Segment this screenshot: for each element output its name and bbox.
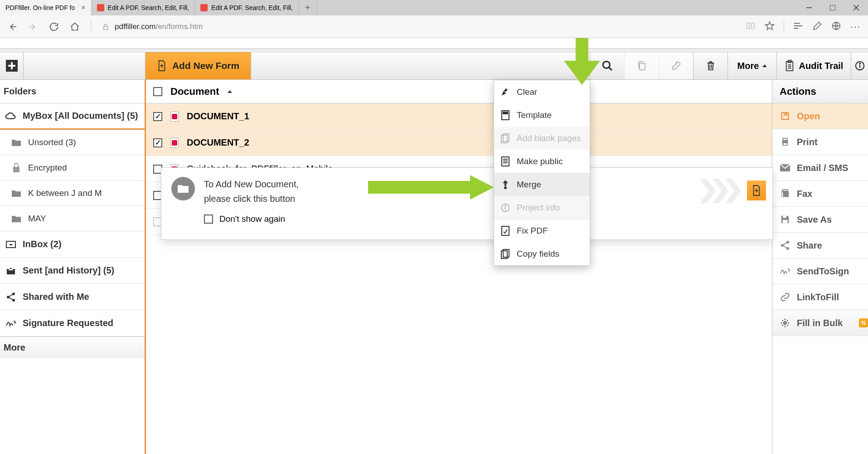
pdf-icon (170, 138, 179, 148)
svg-rect-59 (503, 112, 508, 114)
select-all-checkbox[interactable] (153, 87, 162, 96)
link-icon (780, 292, 790, 303)
merge-icon (500, 180, 510, 190)
sidebar-item-sent[interactable]: Sent [and History] (5) (0, 258, 145, 284)
action-label: Fill in Bulk (797, 318, 843, 328)
menu-label: Add blank pages (517, 133, 581, 143)
table-row[interactable]: DOCUMENT_1 (146, 103, 772, 130)
reading-view-icon[interactable] (746, 21, 756, 33)
rename-button[interactable] (659, 52, 693, 79)
lock-icon (102, 23, 109, 31)
action-fill-in-bulk[interactable]: Fill in BulkN (772, 310, 868, 336)
svg-line-15 (609, 67, 612, 70)
app-toolbar: Add New Form More Audit Trail (0, 52, 868, 80)
sidebar-item-may[interactable]: MAY (0, 206, 145, 231)
tab-3[interactable]: Edit A PDF. Search, Edit, Fill, (195, 0, 299, 15)
delete-button[interactable] (693, 52, 727, 79)
sidebar-item-unsorted[interactable]: Unsorted (3) (0, 130, 145, 155)
tab-2[interactable]: Edit A PDF. Search, Edit, Fill, (92, 0, 195, 15)
info-button[interactable] (851, 52, 868, 79)
home-button[interactable] (70, 22, 80, 32)
add-folder-button[interactable] (0, 52, 24, 79)
tooltip-add-button[interactable] (747, 181, 766, 200)
action-sendtosign[interactable]: SendToSign (772, 259, 868, 284)
svg-marker-77 (470, 175, 494, 200)
pencil-icon (671, 60, 682, 71)
dont-show-checkbox[interactable] (204, 215, 213, 224)
sidebar-item-label: Shared with Me (23, 292, 89, 302)
sidebar-item-encrypted[interactable]: Encrypted (0, 155, 145, 181)
sidebar-item-signature[interactable]: Signature Requested (0, 310, 145, 337)
sidebar-item-k-between[interactable]: K between J and M (0, 181, 145, 206)
svg-marker-35 (228, 90, 232, 93)
svg-marker-53 (700, 179, 716, 203)
sidebar-item-inbox[interactable]: InBox (2) (0, 231, 145, 258)
address-bar: pdffiller.com/en/forms.htm ··· (0, 15, 868, 38)
favorite-icon[interactable] (765, 21, 775, 33)
more-browser-icon[interactable]: ··· (850, 21, 861, 32)
folder-icon (11, 188, 22, 199)
minimize-button[interactable] (797, 0, 821, 15)
action-email[interactable]: Email / SMS (772, 155, 868, 181)
sidebar-more[interactable]: More (0, 337, 145, 358)
action-print[interactable]: Print (772, 129, 868, 155)
copy-icon (500, 249, 510, 259)
menu-item-make-public[interactable]: Make public (494, 150, 590, 173)
sidebar-item-label: Unsorted (3) (28, 137, 76, 147)
copy-button[interactable] (624, 52, 659, 79)
svg-point-52 (784, 322, 786, 324)
menu-item-copy-fields[interactable]: Copy fields (494, 242, 590, 265)
folder-home-icon (11, 137, 22, 148)
notes-icon[interactable] (812, 21, 822, 33)
copy-icon (636, 60, 647, 71)
tooltip-line-2: please click this button (204, 191, 299, 206)
action-fax[interactable]: Fax (772, 181, 868, 207)
menu-label: Project info (517, 203, 560, 213)
menu-label: Merge (517, 180, 541, 190)
maximize-button[interactable] (821, 0, 844, 15)
hub-icon[interactable] (793, 22, 803, 32)
sent-icon (5, 265, 16, 276)
actions-header: Actions (772, 80, 868, 103)
row-checkbox[interactable] (153, 112, 162, 121)
action-open[interactable]: Open (772, 103, 868, 129)
table-row[interactable]: DOCUMENT_2 (146, 130, 772, 156)
svg-point-14 (603, 61, 610, 68)
menu-item-template[interactable]: Template (494, 103, 590, 127)
tab-1[interactable]: PDFfiller. On-line PDF fo × (0, 0, 92, 15)
menu-item-project-info: Project info (494, 196, 590, 219)
app-icon (97, 4, 104, 11)
svg-point-28 (859, 63, 860, 64)
action-share[interactable]: Share (772, 233, 868, 259)
forward-button[interactable] (28, 22, 38, 32)
sidebar-item-label: Sent [and History] (5) (23, 265, 114, 276)
new-tab-button[interactable]: + (299, 0, 317, 15)
share-web-icon[interactable] (831, 21, 841, 33)
sidebar-item-mybox[interactable]: MyBox [All Documents] (5) (0, 103, 145, 130)
back-button[interactable] (7, 22, 17, 32)
menu-item-fix-pdf[interactable]: Fix PDF (494, 219, 590, 242)
trash-icon (706, 60, 716, 72)
close-icon[interactable]: × (81, 4, 85, 12)
svg-rect-43 (783, 190, 788, 191)
row-checkbox[interactable] (153, 138, 162, 147)
audit-trail-label: Audit Trail (799, 61, 844, 71)
sidebar-item-shared[interactable]: Shared with Me (0, 284, 145, 310)
refresh-button[interactable] (49, 22, 59, 32)
signature-icon (5, 318, 16, 329)
menu-item-add-blank: Add blank pages (494, 127, 590, 150)
more-button[interactable]: More (727, 52, 776, 79)
audit-trail-button[interactable]: Audit Trail (776, 52, 851, 79)
sign-icon (780, 266, 790, 277)
close-window-button[interactable] (844, 0, 868, 15)
document-list-header[interactable]: Document (146, 80, 772, 103)
menu-item-merge[interactable]: Merge (494, 173, 590, 196)
action-save-as[interactable]: Save As (772, 207, 868, 233)
add-new-form-button[interactable]: Add New Form (145, 52, 251, 79)
url-field[interactable]: pdffiller.com/en/forms.htm (102, 22, 735, 31)
svg-line-51 (783, 246, 787, 248)
svg-point-70 (505, 205, 506, 206)
svg-line-34 (9, 298, 13, 300)
tab-title: Edit A PDF. Search, Edit, Fill, (108, 4, 189, 11)
action-linktofill[interactable]: LinkToFill (772, 284, 868, 310)
